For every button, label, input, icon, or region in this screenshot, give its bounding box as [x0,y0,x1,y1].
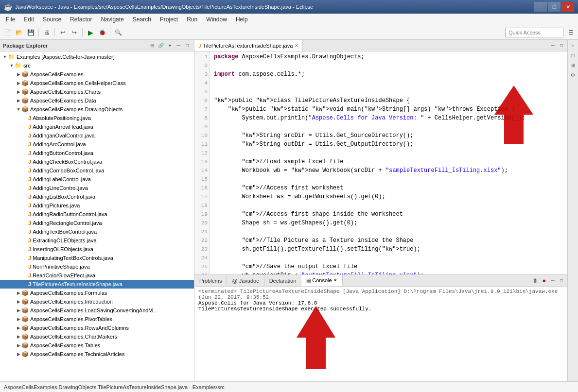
editor-tab-tilepicture[interactable]: J TilePictureAsTextureInsideShape.java ✕ [194,40,303,51]
close-button[interactable]: ✕ [561,2,574,12]
tree-file-icon: 📦 [21,97,29,104]
tree-file-icon: J [28,203,31,208]
menu-item-navigate[interactable]: Navigate [97,15,127,24]
tree-file-icon: J [28,211,31,217]
tree-item-formulas[interactable]: ▶ 📦 AsposeCellsExamples.Formulas [0,289,194,297]
console-content[interactable]: <terminated> TilePictureAsTextureInsideS… [194,287,567,381]
console-tab-close[interactable]: ✕ [333,278,337,283]
tree-item-extracting[interactable]: J ExtractingOLEObjects.java [0,236,194,245]
run-button[interactable]: ▶ [85,27,96,38]
tree-item-addingrect[interactable]: J AddingRectangleControl.java [0,219,194,227]
link-icon[interactable]: 🔗 [157,42,165,50]
perspective-button[interactable]: ☰ [565,27,576,38]
tree-item-charts[interactable]: ▶ 📦 AsposeCellsExamples.Charts [0,87,194,96]
search-button[interactable]: 🔍 [113,27,123,38]
quick-access-input[interactable] [505,28,563,37]
code-line-23: sh.getFill().getTextureFill().setTiling(… [214,245,563,254]
tree-item-drawingobjects[interactable]: ▼ 📦 AsposeCellsExamples.DrawingObjects [0,105,194,114]
menu-item-edit[interactable]: Edit [20,15,38,24]
menu-item-source[interactable]: Source [39,15,65,24]
console-minimize-icon[interactable]: ─ [549,277,557,285]
undo-button[interactable]: ↩ [57,27,68,38]
maximize-button[interactable]: □ [548,2,560,12]
tree-item-addingradio[interactable]: J AddingRadioButtonControl.java [0,210,194,219]
tree-file-icon: J [28,141,31,147]
new-button[interactable]: 📄 [2,27,13,38]
tree-item-addinglist[interactable]: J AddingListBoxControl.java [0,192,194,201]
tree-item-addingarc[interactable]: J AddingArcControl.java [0,140,194,149]
tab-console[interactable]: ▤ Console ✕ [301,275,342,286]
tree-item-chartmarkers[interactable]: ▶ 📦 AsposeCellsExamples.ChartMarkers [0,332,194,341]
right-icon-4[interactable]: ⚙ [569,70,578,79]
tree-arrow: ▶ [16,317,21,322]
right-icon-2[interactable]: □ [569,51,578,60]
tab-declaration[interactable]: Declaration [264,275,302,286]
console-maximize-icon[interactable]: □ [558,277,565,285]
line-number-8: 8 [194,114,208,122]
save-button[interactable]: 💾 [25,27,36,38]
tree-item-addinglabel[interactable]: J AddingLabelControl.java [0,175,194,184]
maximize-panel-icon[interactable]: □ [183,42,191,50]
menu-item-file[interactable]: File [2,15,19,24]
tree-item-manipulating[interactable]: J ManipulatingTextBoxControls.java [0,254,194,262]
minimize-panel-icon[interactable]: ─ [175,42,182,50]
tree-item-tilepicture[interactable]: J TilePictureAsTextureInsideShape.java [0,280,194,289]
tree-item-examples-root[interactable]: ▼ 📁 Examples [Aspose.Cells-for-Java mast… [0,52,194,61]
clear-console-icon[interactable]: 🗑 [531,277,539,285]
editor-minimize-icon[interactable]: ─ [549,42,557,50]
open-button[interactable]: 📂 [14,27,24,38]
line-number-3: 3 [194,70,208,79]
tree-item-addingcombo[interactable]: J AddingComboBoxControl.java [0,166,194,175]
tree-item-addingbutton[interactable]: J AddingButtonControl.java [0,149,194,157]
panel-menu-icon[interactable]: ▾ [166,42,174,50]
line-number-1: 1 [194,52,208,61]
tree-item-readcolor[interactable]: J ReadColorGlowEffect.java [0,271,194,280]
collapse-icon[interactable]: ⊟ [148,42,156,50]
tree-item-inserting[interactable]: J InsertingOLEObjects.java [0,245,194,254]
code-line-14: Workbook wb = "kw">new Workbook(srcDir +… [214,166,563,175]
editor-tab-bar: J TilePictureAsTextureInsideShape.java ✕… [194,40,567,51]
tree-item-addingcheck[interactable]: J AddingCheckBoxControl.java [0,157,194,166]
minimize-button[interactable]: ─ [534,2,547,12]
menu-item-refactor[interactable]: Refactor [66,15,96,24]
line-number-13: 13 [194,157,208,166]
stop-icon[interactable]: ■ [540,277,548,285]
tree-arrow: ▶ [16,325,21,330]
editor-tab-close[interactable]: ✕ [295,43,298,48]
tree-item-pivottables[interactable]: ▶ 📦 AsposeCellsExamples.PivotTables [0,315,194,324]
tab-javadoc[interactable]: @ Javadoc [227,275,264,286]
editor-tab-label: TilePictureAsTextureInsideShape.java [203,43,293,49]
tree-item-addingline[interactable]: J AddingLineControl.java [0,184,194,192]
menu-item-search[interactable]: Search [129,15,155,24]
menu-item-project[interactable]: Project [156,15,182,24]
tree-item-nonprimitive[interactable]: J NonPrimitiveShape.java [0,262,194,271]
tab-problems[interactable]: Problems [194,275,227,286]
tree-item-addingoval[interactable]: J AddinganOvalControl.java [0,131,194,140]
tree-item-data[interactable]: ▶ 📦 AsposeCellsExamples.Data [0,96,194,105]
menu-item-window[interactable]: Window [202,15,231,24]
tree-item-loadsaving[interactable]: ▶ 📦 AsposeCellsExamples.LoadSavingConver… [0,306,194,315]
tree-item-addingpictures[interactable]: J AddingPictures.java [0,201,194,210]
tree-item-addingarrow[interactable]: J AddinganArrowHead.java [0,122,194,131]
tree-item-rowscolumns[interactable]: ▶ 📦 AsposeCellsExamples.RowsAndColumns [0,324,194,332]
code-content[interactable]: package AsposeCellsExamples.DrawingObjec… [210,51,567,274]
debug-button[interactable]: 🐞 [97,27,107,38]
tree-item-tables[interactable]: ▶ 📦 AsposeCellsExamples.Tables [0,341,194,350]
redo-button[interactable]: ↪ [69,27,80,38]
tree-item-introduction[interactable]: ▶ 📦 AsposeCellsExamples.Introduction [0,297,194,306]
menu-item-run[interactable]: Run [183,15,201,24]
tree-file-icon: 📦 [21,351,29,358]
tree-item-asposecells[interactable]: ▶ 📦 AsposeCellsExamples [0,70,194,79]
code-line-7: "kw">public "kw">static "kw">void main("… [214,105,563,114]
tree-item-addingtextbox[interactable]: J AddingTextBoxControl.java [0,227,194,236]
right-icon-1[interactable]: ≡ [569,41,578,50]
menu-item-help[interactable]: Help [232,15,252,24]
tree-item-abspos[interactable]: J AbsolutePositioning.java [0,114,194,122]
editor-maximize-icon[interactable]: □ [558,42,565,50]
tree-item-technicalarticles[interactable]: ▶ 📦 AsposeCellsExamples.TechnicalArticle… [0,350,194,358]
tree-item-cellshelper[interactable]: ▶ 📦 AsposeCellsExamples.CellsHelperClass [0,79,194,87]
print-button[interactable]: 🖨 [41,27,52,38]
tree-item-src[interactable]: ▼ 📁 src [0,61,194,70]
right-icon-3[interactable]: ⊞ [569,61,578,69]
line-number-7: 7 [194,105,208,114]
